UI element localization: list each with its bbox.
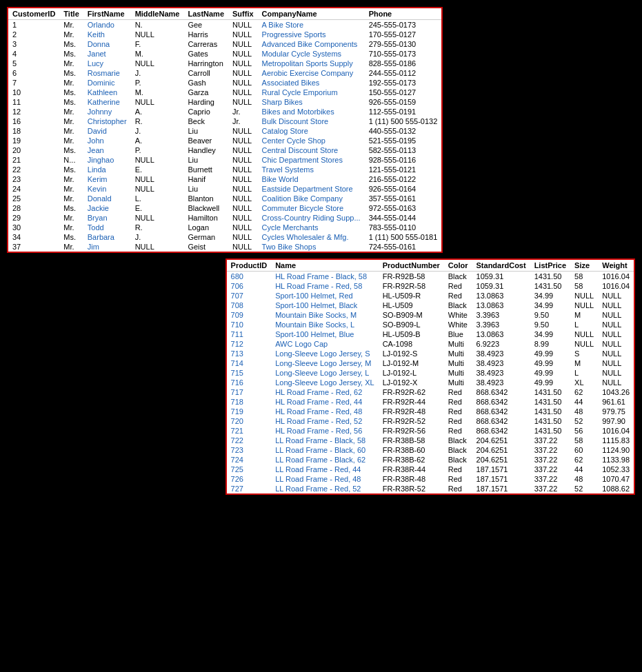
- table-row[interactable]: 708Sport-100 Helmet, BlackHL-U509Black13…: [227, 301, 634, 310]
- col-productnumber: ProductNumber: [379, 260, 444, 272]
- table-row[interactable]: 724LL Road Frame - Black, 62FR-R38B-62Bl…: [227, 455, 634, 465]
- table-row[interactable]: 1Mr.OrlandoN.GeeNULLA Bike Store245-555-…: [8, 20, 441, 30]
- table-row[interactable]: 23Mr.KerimNULLHanifNULLBike World216-555…: [8, 174, 441, 184]
- table-row[interactable]: 22Ms.LindaE.BurnettNULLTravel Systems121…: [8, 165, 441, 174]
- table-row[interactable]: 10Ms.KathleenM.GarzaNULLRural Cycle Empo…: [8, 88, 441, 97]
- table-row[interactable]: 726LL Road Frame - Red, 48FR-R38R-48Red1…: [227, 474, 634, 484]
- table-row[interactable]: 719HL Road Frame - Red, 48FR-R92R-48Red8…: [227, 407, 634, 416]
- col-companyname: CompanyName: [258, 8, 365, 20]
- table-row[interactable]: 711Sport-100 Helmet, BlueHL-U509-BBlue13…: [227, 329, 634, 339]
- table-row[interactable]: 29Mr.BryanNULLHamiltonNULLCross-Country …: [8, 213, 441, 223]
- table-row[interactable]: 16Mr.ChristopherR.BeckJr.Bulk Discount S…: [8, 116, 441, 126]
- table-row[interactable]: 2Mr.KeithNULLHarrisNULLProgressive Sport…: [8, 30, 441, 39]
- col-color: Color: [444, 260, 472, 272]
- table-row[interactable]: 713Long-Sleeve Logo Jersey, SLJ-0192-SMu…: [227, 349, 634, 358]
- table-row[interactable]: 723LL Road Frame - Black, 60FR-R38B-60Bl…: [227, 445, 634, 455]
- customer-table: CustomerID Title FirstName MiddleName La…: [7, 7, 443, 253]
- table-row[interactable]: 707Sport-100 Helmet, RedHL-U509-RRed13.0…: [227, 291, 634, 301]
- table-row[interactable]: 6Ms.RosmarieJ.CarrollNULLAerobic Exercis…: [8, 68, 441, 78]
- table-row[interactable]: 18Mr.DavidJ.LiuNULLCatalog Store440-555-…: [8, 126, 441, 136]
- table-row[interactable]: 706HL Road Frame - Red, 58FR-R92R-58Red1…: [227, 281, 634, 291]
- table-row[interactable]: 718HL Road Frame - Red, 44FR-R92R-44Red8…: [227, 397, 634, 407]
- table-row[interactable]: 715Long-Sleeve Logo Jersey, LLJ-0192-LMu…: [227, 368, 634, 378]
- col-listprice: ListPrice: [530, 260, 570, 272]
- table-row[interactable]: 20Ms.JeanP.HandleyNULLCentral Discount S…: [8, 145, 441, 155]
- table-row[interactable]: 717HL Road Frame - Red, 62FR-R92R-62Red8…: [227, 387, 634, 397]
- col-phone: Phone: [365, 8, 442, 20]
- table-row[interactable]: 725LL Road Frame - Red, 44FR-R38R-44Red1…: [227, 465, 634, 474]
- table-row[interactable]: 7Mr.DominicP.GashNULLAssociated Bikes192…: [8, 78, 441, 88]
- table-row[interactable]: 25Mr.DonaldL.BlantonNULLCoalition Bike C…: [8, 194, 441, 203]
- product-table-header: ProductID Name ProductNumber Color Stand…: [227, 260, 634, 272]
- table-row[interactable]: 710Mountain Bike Socks, LSO-B909-LWhite3…: [227, 320, 634, 329]
- table-row[interactable]: 5Mr.LucyNULLHarringtonNULLMetropolitan S…: [8, 59, 441, 68]
- table-row[interactable]: 28Ms.JackieE.BlackwellNULLCommuter Bicyc…: [8, 203, 441, 213]
- table-row[interactable]: 24Mr.KevinNULLLiuNULLEastside Department…: [8, 184, 441, 194]
- table-row[interactable]: 680HL Road Frame - Black, 58FR-R92B-58Bl…: [227, 272, 634, 282]
- col-standardcost: StandardCost: [472, 260, 530, 272]
- product-table: ProductID Name ProductNumber Color Stand…: [225, 258, 635, 495]
- col-lastname: LastName: [183, 8, 228, 20]
- col-suffix: Suffix: [228, 8, 258, 20]
- col-title: Title: [59, 8, 83, 20]
- col-size: Size: [570, 260, 598, 272]
- table-row[interactable]: 727LL Road Frame - Red, 52FR-R38R-52Red1…: [227, 484, 634, 493]
- table-row[interactable]: 34Ms.BarbaraJ.GermanNULLCycles Wholesale…: [8, 232, 441, 242]
- table-row[interactable]: 720HL Road Frame - Red, 52FR-R92R-52Red8…: [227, 416, 634, 426]
- table-row[interactable]: 716Long-Sleeve Logo Jersey, XLLJ-0192-XM…: [227, 378, 634, 387]
- table-row[interactable]: 712AWC Logo CapCA-1098Multi6.92238.99NUL…: [227, 339, 634, 349]
- col-customerid: CustomerID: [8, 8, 59, 20]
- table-row[interactable]: 709Mountain Bike Socks, MSO-B909-MWhite3…: [227, 310, 634, 320]
- table-row[interactable]: 4Ms.JanetM.GatesNULLModular Cycle System…: [8, 49, 441, 59]
- table-row[interactable]: 722LL Road Frame - Black, 58FR-R38B-58Bl…: [227, 436, 634, 445]
- customer-table-header: CustomerID Title FirstName MiddleName La…: [8, 8, 441, 20]
- table-row[interactable]: 12Mr.JohnnyA.CaprioJr.Bikes and Motorbik…: [8, 107, 441, 116]
- col-weight: Weight: [598, 260, 634, 272]
- col-name: Name: [271, 260, 379, 272]
- table-row[interactable]: 19Mr.JohnA.BeaverNULLCenter Cycle Shop52…: [8, 136, 441, 145]
- table-row[interactable]: 3Ms.DonnaF.CarrerasNULLAdvanced Bike Com…: [8, 39, 441, 49]
- table-row[interactable]: 30Mr.ToddR.LoganNULLCycle Merchants783-5…: [8, 223, 441, 232]
- table-row[interactable]: 714Long-Sleeve Logo Jersey, MLJ-0192-MMu…: [227, 358, 634, 368]
- table-row[interactable]: 37Mr.JimNULLGeistNULLTwo Bike Shops724-5…: [8, 242, 441, 252]
- table-row[interactable]: 11Ms.KatherineNULLHardingNULLSharp Bikes…: [8, 97, 441, 107]
- col-productid: ProductID: [227, 260, 272, 272]
- col-firstname: FirstName: [83, 8, 131, 20]
- col-middlename: MiddleName: [131, 8, 184, 20]
- table-row[interactable]: 21N...JinghaoNULLLiuNULLChic Department …: [8, 155, 441, 165]
- table-row[interactable]: 721HL Road Frame - Red, 56FR-R92R-56Red8…: [227, 426, 634, 436]
